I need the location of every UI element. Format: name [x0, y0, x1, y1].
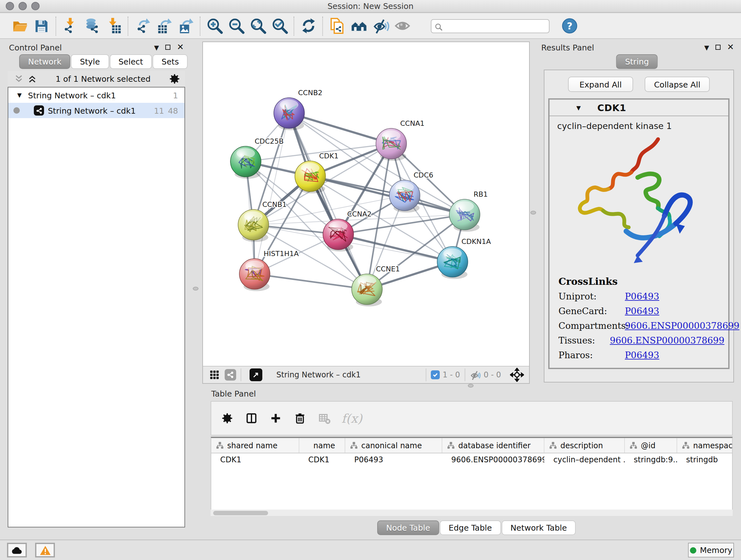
delete-column-trash-icon[interactable]	[288, 406, 312, 430]
memory-button[interactable]: Memory	[688, 543, 734, 557]
grid-view-icon[interactable]	[209, 370, 219, 380]
column-header-namespace[interactable]: namespace	[677, 438, 733, 453]
gear-icon[interactable]	[169, 73, 180, 84]
column-header-database-identifier[interactable]: database identifier	[442, 438, 544, 453]
search-input[interactable]	[431, 19, 549, 33]
tab-select[interactable]: Select	[110, 54, 152, 69]
network-node-CDK1[interactable]: CDK1	[295, 152, 339, 193]
tab-sets[interactable]: Sets	[152, 54, 188, 69]
hide-panels-eye-icon[interactable]	[369, 16, 391, 36]
panel-float-icon[interactable]: ▼	[154, 44, 159, 51]
table-cell[interactable]: stringdb	[677, 453, 733, 466]
open-session-icon[interactable]	[9, 16, 30, 36]
export-network-icon[interactable]	[131, 16, 153, 36]
string-document-icon[interactable]	[326, 16, 348, 36]
export-image-icon[interactable]	[175, 16, 197, 36]
network-node-CCNB2[interactable]: CCNB2	[274, 89, 322, 130]
table-cell[interactable]: stringdb:9...	[625, 453, 677, 466]
column-header-description[interactable]: description	[544, 438, 625, 453]
table-cell[interactable]: P06493	[345, 453, 442, 466]
table-cell[interactable]: cyclin–dependent ...	[544, 453, 625, 466]
function-builder-icon[interactable]: f(x)	[341, 411, 362, 425]
import-network-icon[interactable]	[59, 16, 81, 36]
network-edge[interactable]	[310, 176, 465, 214]
panel-maximize-icon[interactable]	[716, 45, 721, 50]
add-column-icon[interactable]	[264, 406, 288, 430]
network-node-CCNA1[interactable]: CCNA1	[376, 119, 424, 161]
table-horizontal-scrollbar[interactable]	[211, 509, 733, 516]
splitter-handle[interactable]	[468, 384, 474, 388]
refresh-layout-icon[interactable]	[297, 16, 319, 36]
node-result-header[interactable]: ▼ CDK1	[549, 100, 728, 116]
tab-network-table[interactable]: Network Table	[501, 520, 576, 535]
tab-node-table[interactable]: Node Table	[377, 520, 439, 535]
network-node-CDC6[interactable]: CDC6	[389, 171, 433, 212]
expand-all-button[interactable]: Expand All	[568, 77, 633, 92]
delete-table-icon[interactable]	[312, 406, 336, 430]
column-header--id[interactable]: @id	[625, 438, 677, 453]
table-cell[interactable]: CDK1	[211, 453, 299, 466]
show-columns-icon[interactable]	[239, 406, 264, 430]
cloud-status-button[interactable]	[7, 543, 27, 557]
collapse-entry-icon[interactable]: ▼	[576, 105, 581, 111]
table-row[interactable]: CDK1CDK1P064939606.ENSP00000378699cyclin…	[211, 453, 732, 466]
network-share-view-icon[interactable]	[225, 369, 236, 381]
network-edge[interactable]	[253, 195, 405, 225]
network-edge[interactable]	[255, 274, 367, 289]
network-edge[interactable]	[289, 113, 391, 144]
zoom-out-icon[interactable]	[225, 16, 247, 36]
tab-network[interactable]: Network	[19, 54, 70, 69]
import-network-from-database-icon[interactable]	[81, 16, 103, 36]
hidden-eye-icon[interactable]	[470, 369, 481, 380]
table-settings-gear-icon[interactable]	[215, 406, 239, 430]
splitter-handle[interactable]	[193, 287, 199, 291]
tab-string[interactable]: String	[616, 54, 658, 69]
network-collection-row[interactable]: ▼ String Network – cdk1 1	[8, 87, 185, 103]
network-node-RB1[interactable]: RB1	[449, 190, 488, 232]
network-node-HIST1H1A[interactable]: HIST1H1A	[239, 250, 299, 291]
network-canvas[interactable]: CCNB2CCNA1CDC25BCDK1CDC6RB1CCNB1CCNA2CDK…	[203, 42, 529, 366]
network-edge[interactable]	[289, 113, 367, 289]
tab-style[interactable]: Style	[71, 54, 109, 69]
crosslink-label: Uniprot:	[558, 291, 625, 301]
tab-edge-table[interactable]: Edge Table	[440, 520, 501, 535]
home-pages-icon[interactable]	[348, 16, 369, 36]
zoom-in-icon[interactable]	[204, 16, 225, 36]
open-in-window-icon[interactable]	[250, 368, 262, 381]
collapse-all-icon[interactable]	[14, 74, 23, 84]
pan-crosshair-icon[interactable]	[510, 368, 524, 382]
crosslink-row: Pharos:P06493	[558, 350, 724, 360]
crosslink-link[interactable]: P06493	[625, 350, 659, 360]
splitter-handle[interactable]	[530, 211, 536, 214]
crosslink-link[interactable]: 9606.ENSP00000378699	[610, 335, 724, 346]
export-table-icon[interactable]	[153, 16, 175, 36]
network-node-CDKN1A[interactable]: CDKN1A	[437, 238, 491, 279]
column-header-name[interactable]: name	[299, 438, 345, 453]
save-session-icon[interactable]	[30, 16, 52, 36]
node-label-CCNB2: CCNB2	[298, 89, 322, 97]
crosslink-link[interactable]: 9606.ENSP00000378699	[625, 320, 739, 331]
column-header-shared-name[interactable]: shared name	[211, 438, 299, 453]
selected-checkbox-icon[interactable]	[430, 370, 440, 379]
warnings-button[interactable]	[35, 543, 55, 557]
panel-float-icon[interactable]: ▼	[704, 44, 709, 51]
zoom-selected-icon[interactable]	[269, 16, 290, 36]
panel-maximize-icon[interactable]	[165, 45, 171, 50]
help-icon[interactable]: ?	[558, 16, 580, 36]
import-table-icon[interactable]	[103, 16, 125, 36]
column-header-canonical-name[interactable]: canonical name	[345, 438, 442, 453]
collapse-all-button[interactable]: Collapse All	[645, 77, 710, 92]
zoom-fit-icon[interactable]	[247, 16, 269, 36]
network-row[interactable]: String Network – cdk1 11 48	[8, 103, 185, 118]
crosslink-link[interactable]: P06493	[625, 306, 659, 316]
scrollbar-thumb[interactable]	[213, 510, 268, 515]
show-eye-icon[interactable]	[391, 16, 413, 36]
crosslink-link[interactable]: P06493	[625, 291, 659, 301]
panel-close-icon[interactable]: ✕	[727, 45, 734, 50]
network-node-CCNB1[interactable]: CCNB1	[238, 200, 286, 242]
tree-expand-icon[interactable]: ▼	[17, 92, 22, 98]
expand-all-icon[interactable]	[27, 74, 37, 84]
table-cell[interactable]: 9606.ENSP00000378699	[442, 453, 544, 466]
panel-close-icon[interactable]: ✕	[177, 45, 184, 50]
table-cell[interactable]: CDK1	[299, 453, 345, 466]
